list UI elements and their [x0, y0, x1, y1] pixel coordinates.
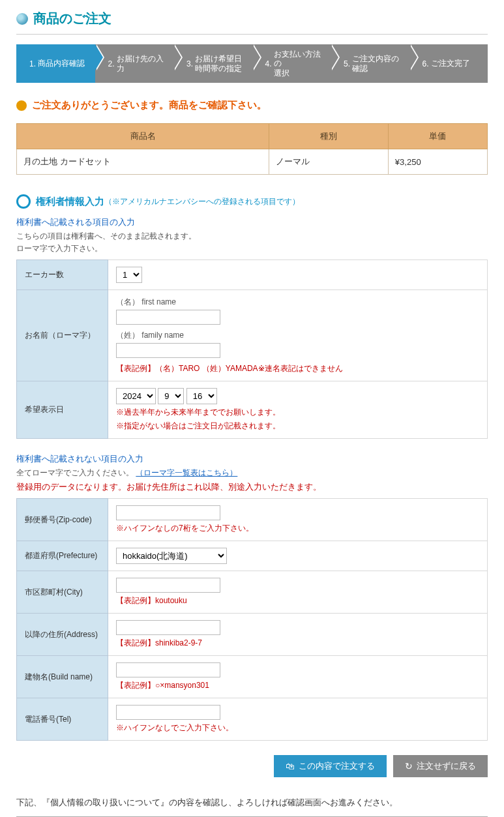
- first-name-input[interactable]: [116, 310, 220, 325]
- confirm-message: ご注文ありがとうございます。商品をご確認下さい。: [16, 99, 488, 111]
- rights-form-table: エーカー数 1 お名前（ローマ字） （名） first name （姓） fam…: [16, 260, 488, 439]
- build-example: 【表記例】○×mansyon301: [116, 680, 479, 691]
- col-type: 種別: [269, 124, 389, 149]
- city-label: 市区郡町村(City): [17, 571, 108, 614]
- city-example: 【表記例】koutouku: [116, 595, 479, 606]
- tel-note: ※ハイフンなしでご入力下さい。: [116, 722, 479, 734]
- step-1: 1.商品内容確認: [16, 44, 95, 83]
- city-input[interactable]: [116, 578, 220, 593]
- tel-input[interactable]: [116, 705, 220, 720]
- page-title: 商品のご注文: [16, 10, 488, 35]
- date-note2: ※指定がない場合はご注文日が記載されます。: [116, 421, 479, 432]
- unrecorded-label: 権利書へ記載されない項目の入力: [16, 453, 488, 465]
- privacy-lead: 下記、『個人情報の取り扱いについて』の内容を確認し、よろしければ確認画面へお進み…: [16, 797, 488, 809]
- acres-label: エーカー数: [17, 260, 108, 290]
- name-example: 【表記例】（名）TARO （姓）YAMADA※連名表記はできません: [116, 363, 479, 374]
- zip-note: ※ハイフンなしの7桁をご入力下さい。: [116, 523, 479, 534]
- recorded-note1: こちらの項目は権利書へ、そのまま記載されます。: [16, 231, 488, 242]
- address-form-table: 郵便番号(Zip-code) ※ハイフンなしの7桁をご入力下さい。 都道府県(P…: [16, 498, 488, 741]
- last-name-input[interactable]: [116, 343, 220, 358]
- back-icon: ↻: [405, 761, 413, 771]
- year-select[interactable]: 2024: [116, 388, 156, 404]
- step-2: 2.お届け先の入力: [95, 44, 174, 83]
- zip-input[interactable]: [116, 505, 220, 520]
- cell-price: ¥3,250: [388, 149, 487, 175]
- cart-icon: 🛍: [286, 761, 295, 771]
- unrecorded-note: 全てローマ字でご入力ください。 （ローマ字一覧表はこちら）: [16, 468, 488, 479]
- romaji-link[interactable]: （ローマ字一覧表はこちら）: [136, 468, 237, 477]
- build-input[interactable]: [116, 662, 220, 677]
- cell-type: ノーマル: [269, 149, 389, 175]
- col-name: 商品名: [17, 124, 269, 149]
- month-select[interactable]: 9: [158, 388, 184, 404]
- addr-label: 以降の住所(Address): [17, 614, 108, 656]
- pref-select[interactable]: hokkaido(北海道): [116, 548, 227, 564]
- product-table: 商品名 種別 単価 月の土地 カードセット ノーマル ¥3,250: [16, 123, 488, 175]
- col-price: 単価: [388, 124, 487, 149]
- step-4: 4.お支払い方法の 選択: [252, 44, 331, 83]
- zip-label: 郵便番号(Zip-code): [17, 499, 108, 541]
- step-6: 6.ご注文完了: [409, 44, 488, 83]
- recorded-label: 権利書へ記載される項目の入力: [16, 216, 488, 228]
- date-label: 希望表示日: [17, 381, 108, 439]
- page-title-text: 商品のご注文: [33, 10, 111, 27]
- back-button[interactable]: ↻ 注文せずに戻る: [393, 755, 488, 777]
- step-5: 5.ご注文内容の確認: [331, 44, 409, 83]
- last-name-label: （姓） family name: [116, 330, 479, 341]
- data-note: 登録用のデータになります。お届け先住所はこれ以降、別途入力いただきます。: [16, 481, 488, 493]
- name-label: お名前（ローマ字）: [17, 290, 108, 381]
- recorded-note2: ローマ字で入力下さい。: [16, 243, 488, 254]
- acres-select[interactable]: 1: [116, 267, 142, 283]
- button-row: 🛍 この内容で注文する ↻ 注文せずに戻る: [16, 755, 488, 777]
- table-row: 月の土地 カードセット ノーマル ¥3,250: [17, 149, 488, 175]
- progress-steps: 1.商品内容確認 2.お届け先の入力 3.お届け希望日 時間帯の指定 4.お支払…: [16, 44, 488, 83]
- cell-name: 月の土地 カードセット: [17, 149, 269, 175]
- build-label: 建物名(Build name): [17, 656, 108, 698]
- first-name-label: （名） first name: [116, 297, 479, 308]
- addr-example: 【表記例】shinkiba2-9-7: [116, 638, 479, 649]
- step-3: 3.お届け希望日 時間帯の指定: [173, 44, 252, 83]
- addr-input[interactable]: [116, 620, 220, 635]
- pref-label: 都道府県(Prefecture): [17, 541, 108, 571]
- date-note1: ※過去半年から未来半年まででお願いします。: [116, 407, 479, 418]
- day-select[interactable]: 16: [186, 388, 217, 404]
- order-button[interactable]: 🛍 この内容で注文する: [274, 755, 387, 777]
- tel-label: 電話番号(Tel): [17, 698, 108, 741]
- rights-section-title: 権利者情報入力 （※アメリカルナエンバシーへの登録される項目です）: [16, 194, 488, 209]
